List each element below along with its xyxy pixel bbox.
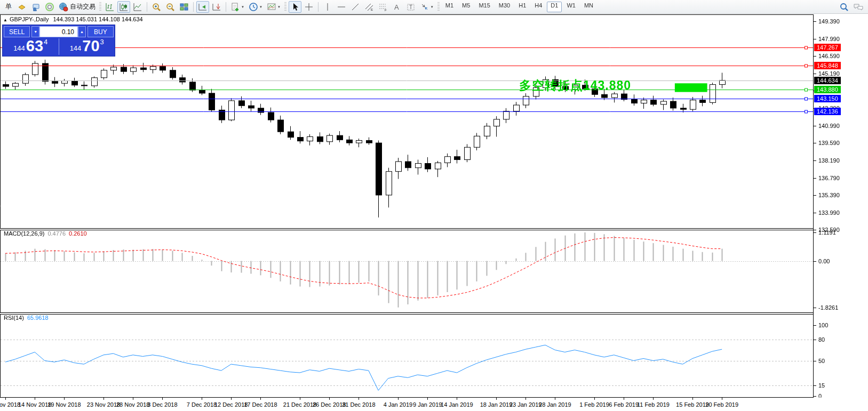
timeframe-button-mn[interactable]: MN xyxy=(580,2,597,12)
templates-button[interactable]: ▼ xyxy=(265,1,282,13)
toolbar-separator xyxy=(318,2,318,12)
tile-windows-button[interactable] xyxy=(178,1,190,13)
sell-price-big: 63 xyxy=(26,38,43,54)
date-tick-mark xyxy=(202,398,202,400)
fibonacci-button[interactable]: F xyxy=(377,1,389,13)
date-tick-label: 21 Dec 2018 xyxy=(283,401,316,408)
chart-top-border xyxy=(0,14,868,15)
price-axis-label: 133.990 xyxy=(818,209,840,216)
community-button[interactable] xyxy=(29,1,42,13)
date-tick-mark xyxy=(555,398,555,400)
date-tick-label: 6 Feb 2019 xyxy=(609,401,639,408)
chart-surface[interactable] xyxy=(0,0,813,398)
horizontal-line-icon xyxy=(337,2,346,12)
bar-chart-button[interactable] xyxy=(103,1,116,13)
date-tick-mark xyxy=(722,398,722,400)
price-axis-label: 140.990 xyxy=(818,123,840,129)
chart-shift-button[interactable] xyxy=(210,1,223,13)
signals-icon xyxy=(45,2,54,12)
rsi-axis-label: 100 xyxy=(818,322,828,328)
horizontal-line-button[interactable] xyxy=(335,1,348,13)
chat-button[interactable] xyxy=(851,1,865,13)
toolbar-separator xyxy=(226,2,226,12)
buy-price[interactable]: 144703 xyxy=(60,38,114,55)
autotrading-icon xyxy=(59,2,68,12)
signals-button[interactable] xyxy=(43,1,56,13)
fibonacci-icon: F xyxy=(378,2,388,12)
search-button[interactable] xyxy=(838,1,850,13)
svg-text:A: A xyxy=(394,3,399,11)
timeframe-button-h1[interactable]: H1 xyxy=(515,2,530,12)
trendline-button[interactable] xyxy=(349,1,362,13)
arrows-button[interactable]: ▼ xyxy=(418,1,435,13)
date-tick-label: 14 Nov 2018 xyxy=(18,401,51,408)
zoom-in-button[interactable] xyxy=(150,1,163,13)
toolbar-grip xyxy=(284,2,286,12)
periods-dropdown-arrow: ▼ xyxy=(259,5,262,9)
cursor-button[interactable] xyxy=(289,1,301,13)
toolbar-separator xyxy=(193,2,194,12)
date-tick-mark xyxy=(35,398,35,400)
sell-price[interactable]: 144634 xyxy=(4,38,58,55)
timeframe-button-h4[interactable]: H4 xyxy=(531,2,546,12)
buy-button[interactable]: BUY xyxy=(87,26,114,37)
chart-shift-icon xyxy=(212,2,221,12)
auto-scroll-button[interactable] xyxy=(196,1,209,13)
price-axis-label: 138.190 xyxy=(818,157,840,164)
crosshair-button[interactable] xyxy=(302,1,315,13)
date-tick-mark xyxy=(5,398,6,400)
date-tick-mark xyxy=(162,398,163,400)
sell-button[interactable]: SELL xyxy=(4,26,30,37)
rsi-axis-label: 80 xyxy=(818,336,825,343)
date-tick-mark xyxy=(103,398,104,400)
macd-pane-separator[interactable] xyxy=(0,228,868,230)
indicators-button[interactable]: ▼ xyxy=(229,1,246,13)
autotrading-button[interactable]: 自动交易 xyxy=(57,1,97,13)
svg-text:T: T xyxy=(409,4,412,10)
text-label-button[interactable]: T xyxy=(404,1,417,13)
timeframe-button-m15[interactable]: M15 xyxy=(475,2,493,12)
volume-input[interactable] xyxy=(39,26,78,37)
volume-increase-button[interactable]: ▲ xyxy=(78,26,86,37)
date-tick-label: 1 Feb 2019 xyxy=(579,401,609,408)
date-tick-mark xyxy=(300,398,300,400)
annotation-text: 多空转折点143.880 xyxy=(519,77,631,94)
date-tick-mark xyxy=(260,398,261,400)
vertical-line-button[interactable] xyxy=(321,1,334,13)
timeframe-button-m30[interactable]: M30 xyxy=(495,2,514,12)
ohlc-values: 144.393 145.031 144.108 144.634 xyxy=(53,16,142,22)
zoom-out-button[interactable] xyxy=(164,1,177,13)
date-tick-mark xyxy=(398,398,399,400)
rsi-name: RSI(14) xyxy=(4,315,24,321)
volume-decrease-button[interactable]: ▼ xyxy=(31,26,39,37)
new-chart-button[interactable] xyxy=(15,1,28,13)
periods-button[interactable]: ▼ xyxy=(247,1,264,13)
sell-price-sup: 4 xyxy=(44,38,47,45)
date-tick-mark xyxy=(64,398,65,400)
chart-title: ▲GBPJPY-,Daily144.393 145.031 144.108 14… xyxy=(3,16,143,22)
zoom-in-icon xyxy=(152,2,161,12)
new-order-button[interactable]: 单 xyxy=(3,1,14,13)
timeframe-button-m1[interactable]: M1 xyxy=(442,2,457,12)
timeframe-button-m5[interactable]: M5 xyxy=(458,2,474,12)
date-tick-label: 11 Feb 2019 xyxy=(637,401,670,408)
line-chart-icon xyxy=(133,2,142,12)
rsi-value: 65.9618 xyxy=(27,315,49,321)
collapse-triangle-icon[interactable]: ▲ xyxy=(3,18,7,22)
date-axis[interactable]: 9 Nov 201814 Nov 201819 Nov 201823 Nov 2… xyxy=(0,398,868,411)
price-axis-label: 146.590 xyxy=(818,53,840,59)
zoom-out-icon xyxy=(165,2,175,12)
autotrading-label: 自动交易 xyxy=(70,2,95,11)
date-tick-label: 28 Jan 2019 xyxy=(539,401,571,408)
timeframe-button-w1[interactable]: W1 xyxy=(563,2,579,12)
price-badge: 143.880 xyxy=(814,86,841,93)
timeframe-button-d1[interactable]: D1 xyxy=(547,2,562,12)
rsi-pane-separator[interactable] xyxy=(0,312,868,315)
text-button[interactable]: A xyxy=(391,1,403,13)
equidistant-channel-button[interactable]: E xyxy=(363,1,376,13)
price-axis[interactable]: 149.390147.990146.590145.190143.790142.3… xyxy=(813,14,868,398)
date-tick-label: 17 Dec 2018 xyxy=(244,401,277,408)
line-chart-button[interactable] xyxy=(131,1,144,13)
candlestick-chart-button[interactable] xyxy=(117,1,130,13)
date-tick-label: 7 Dec 2018 xyxy=(187,401,217,408)
